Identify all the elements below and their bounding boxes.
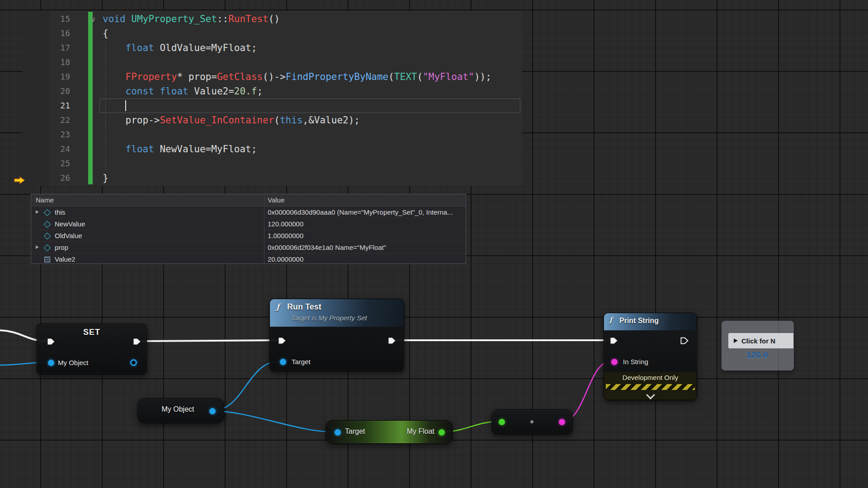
exec-out-pin[interactable]	[388, 337, 396, 344]
exec-in-pin[interactable]	[610, 337, 618, 344]
value-icon	[44, 257, 50, 263]
target-in-pin[interactable]	[280, 359, 286, 365]
value-column-header[interactable]: Value	[268, 194, 284, 206]
target-pin-label: Target	[292, 358, 311, 366]
target-label: Target	[345, 427, 365, 436]
watch-rows: this0x000006d30d90aaa0 (Name="MyProperty…	[31, 206, 466, 265]
watch-variable-name[interactable]: prop	[55, 242, 68, 253]
line-number: 20	[23, 84, 70, 99]
line-number: 21	[23, 99, 70, 113]
debug-value-node[interactable]: Click for N 120.0	[722, 321, 794, 371]
code-line[interactable]: 21	[23, 99, 522, 113]
exec-in-pin[interactable]	[278, 337, 286, 344]
watch-variable-value[interactable]: 0x000006d30d90aaa0 (Name="MyProperty_Set…	[268, 206, 463, 218]
expand-arrow-icon[interactable]	[36, 210, 39, 214]
code-lines: 15∨void UMyProperty_Set::RunTest()16{17 …	[23, 12, 522, 185]
my-object-title: My Object	[145, 405, 211, 413]
code-line[interactable]: 24 float NewValue=MyFloat;	[23, 142, 522, 156]
object-out-pin[interactable]	[209, 408, 216, 414]
object-icon	[44, 209, 51, 216]
debug-header-label: Click for N	[741, 337, 775, 345]
watch-variable-value[interactable]: 1.00000000	[268, 230, 463, 241]
function-icon: ƒ	[609, 316, 612, 324]
line-number: 18	[23, 55, 70, 70]
float-out-pin[interactable]	[439, 429, 445, 436]
watch-row[interactable]: Value220.0000000	[31, 253, 466, 265]
line-number: 17	[23, 41, 70, 55]
code-line[interactable]: 16{	[23, 26, 522, 41]
watch-row[interactable]: NewValue120.000000	[31, 218, 466, 230]
collapse-dot-icon	[530, 420, 533, 423]
watch-row[interactable]: this0x000006d30d90aaa0 (Name="MyProperty…	[31, 206, 466, 218]
development-only-label: Development Only	[604, 374, 697, 381]
run-test-title: Run Test	[287, 302, 321, 312]
watch-row[interactable]: prop0x000006d2f034e1a0 Name="MyFloat"	[31, 242, 466, 253]
watch-variable-name[interactable]: this	[55, 206, 65, 218]
watch-variable-name[interactable]: Value2	[55, 253, 75, 265]
line-number: 24	[23, 142, 70, 156]
hazard-stripes	[606, 384, 695, 390]
line-number: 25	[23, 156, 70, 171]
watch-panel[interactable]: Name Value this0x000006d30d90aaa0 (Name=…	[31, 194, 466, 264]
code-line[interactable]: 17 float OldValue=MyFloat;	[23, 41, 522, 55]
code-line[interactable]: 26}	[23, 171, 522, 185]
line-number: 26	[23, 171, 70, 185]
string-out-pin[interactable]	[559, 419, 565, 425]
watch-variable-value[interactable]: 20.0000000	[268, 253, 463, 265]
watch-variable-value[interactable]: 0x000006d2f034e1a0 Name="MyFloat"	[268, 242, 463, 253]
code-line[interactable]: 20 const float Value2=20.f;	[23, 84, 522, 99]
code-line[interactable]: 15∨void UMyProperty_Set::RunTest()	[23, 12, 522, 26]
my-object-getter-node[interactable]: My Object	[137, 398, 224, 423]
object-icon	[44, 244, 51, 252]
run-test-subtitle: Target is My Property Set	[291, 314, 367, 322]
debug-watch-value: 120.0	[746, 350, 768, 360]
print-string-title: Print String	[619, 317, 659, 325]
watch-row[interactable]: OldValue1.00000000	[31, 230, 466, 242]
my-object-in-pin[interactable]	[48, 360, 54, 366]
set-pin-label: My Object	[58, 359, 89, 366]
current-line-highlight	[99, 99, 520, 113]
execution-pointer-icon	[14, 174, 25, 188]
in-string-label: In String	[623, 358, 648, 366]
get-my-float-node[interactable]: Target My Float	[326, 420, 453, 444]
text-caret	[125, 100, 126, 111]
code-line[interactable]: 18	[23, 55, 522, 70]
set-node[interactable]: SET My Object	[37, 324, 147, 375]
column-divider[interactable]	[264, 194, 264, 263]
print-string-node[interactable]: ƒ Print String In String Development Onl…	[604, 313, 697, 400]
code-line[interactable]: 19 FProperty* prop=GetClass()->FindPrope…	[23, 70, 522, 84]
float-in-pin[interactable]	[499, 419, 505, 425]
watch-variable-name[interactable]: OldValue	[55, 230, 82, 241]
target-in-pin[interactable]	[335, 429, 341, 436]
code-editor[interactable]: 15∨void UMyProperty_Set::RunTest()16{17 …	[23, 11, 522, 186]
exec-out-pin[interactable]	[133, 338, 141, 345]
function-icon: ƒ	[276, 302, 279, 311]
object-icon	[44, 221, 51, 228]
object-out-pin[interactable]	[130, 359, 137, 366]
watch-variable-value[interactable]: 120.000000	[268, 218, 463, 230]
code-line[interactable]: 25	[23, 156, 522, 171]
development-only-section: Development Only	[604, 372, 697, 400]
line-number: 15	[23, 12, 70, 26]
print-string-header: ƒ Print String	[604, 313, 697, 330]
to-string-conversion-node[interactable]	[491, 409, 573, 435]
exec-out-pin[interactable]	[680, 337, 689, 344]
unreal-editor-window: SET My Object ƒ Run Test Target is My Pr…	[0, 0, 868, 488]
name-column-header[interactable]: Name	[36, 194, 54, 206]
my-float-label: My Float	[407, 427, 434, 436]
expand-arrow-icon[interactable]	[36, 245, 39, 249]
line-number: 23	[23, 127, 70, 142]
debug-header-bar[interactable]: Click for N	[728, 333, 793, 348]
set-node-title: SET	[37, 328, 146, 337]
in-string-pin[interactable]	[611, 359, 618, 365]
code-line[interactable]: 22 prop->SetValue_InContainer(this,&Valu…	[23, 113, 522, 127]
object-icon	[44, 233, 51, 240]
exec-in-pin[interactable]	[47, 338, 55, 345]
chevron-down-icon[interactable]	[646, 390, 655, 399]
run-test-header: ƒ Run Test Target is My Property Set	[270, 299, 404, 327]
watch-header: Name Value	[31, 194, 466, 206]
play-icon	[734, 338, 738, 343]
run-test-node[interactable]: ƒ Run Test Target is My Property Set Tar…	[269, 299, 404, 371]
watch-variable-name[interactable]: NewValue	[55, 218, 85, 230]
code-line[interactable]: 23	[23, 127, 522, 142]
